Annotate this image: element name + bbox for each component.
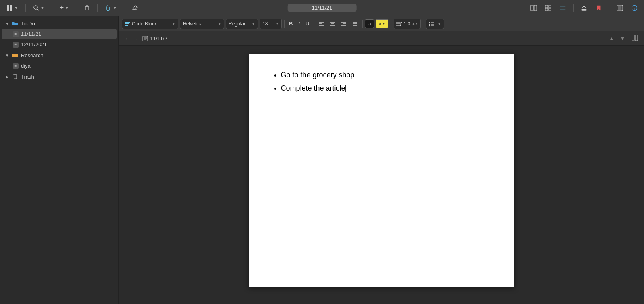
align-left-button[interactable]: [316, 19, 326, 29]
document[interactable]: Go to the grocery shop Complete the arti…: [249, 54, 514, 287]
align-right-button[interactable]: [339, 19, 349, 29]
format-toolbar: Code Block ▼ Helvetica ▼ Regular ▼ 18 ▼ …: [119, 16, 644, 31]
svg-rect-3: [10, 8, 12, 11]
bullet-list: Go to the grocery shop Complete the arti…: [273, 70, 490, 93]
chevron-right-icon: ▶: [5, 74, 10, 79]
thumbnail-button[interactable]: [614, 3, 625, 13]
line-height-stepper[interactable]: ▲▼: [412, 22, 418, 25]
view-mode-button[interactable]: [528, 3, 539, 13]
font-select[interactable]: Helvetica ▼: [180, 19, 224, 29]
svg-rect-11: [534, 5, 537, 10]
svg-line-5: [37, 9, 39, 10]
split-view-button[interactable]: [630, 34, 640, 43]
sidebar-item-todo[interactable]: ▼ To-Do: [2, 18, 117, 29]
svg-rect-21: [618, 6, 622, 10]
sidebar-item-research[interactable]: ▼ Research: [2, 50, 117, 60]
note-icon: ■: [13, 63, 19, 69]
sidebar: ▼ To-Do ■ 11/11/21 ■ 12/11/2021 ▼ Resear…: [0, 16, 119, 304]
editor-area: Code Block ▼ Helvetica ▼ Regular ▼ 18 ▼ …: [119, 16, 644, 304]
bold-button[interactable]: B: [287, 19, 295, 29]
info-button[interactable]: i: [629, 3, 640, 13]
svg-rect-12: [545, 5, 548, 7]
svg-text:i: i: [634, 6, 635, 10]
svg-rect-56: [635, 35, 638, 41]
trash-icon: [12, 73, 19, 80]
italic-button[interactable]: I: [296, 19, 302, 29]
svg-rect-13: [549, 5, 551, 7]
bullet-item-2: Complete the article: [281, 83, 490, 93]
underline-button[interactable]: U: [303, 19, 311, 29]
svg-rect-29: [125, 25, 128, 26]
export-button[interactable]: [578, 3, 590, 13]
nav-back-button[interactable]: ‹: [123, 35, 130, 43]
edit-button[interactable]: [129, 3, 140, 13]
grid-view-button[interactable]: [543, 3, 554, 13]
window-switcher-button[interactable]: ▼: [4, 3, 21, 13]
bookmark-button[interactable]: [593, 3, 604, 13]
svg-point-45: [429, 22, 430, 23]
main-area: ▼ To-Do ■ 11/11/21 ■ 12/11/2021 ▼ Resear…: [0, 16, 644, 304]
svg-rect-27: [125, 22, 130, 23]
sidebar-item-label: 12/11/2021: [21, 41, 114, 48]
search-group: ▼: [31, 3, 47, 13]
svg-rect-19: [582, 9, 586, 10]
document-title-display: 11/11/21: [288, 4, 357, 12]
editor-header-right: ▲ ▼: [607, 34, 640, 43]
attach-button[interactable]: ▼: [103, 3, 119, 13]
svg-point-47: [429, 23, 430, 24]
svg-point-49: [429, 25, 430, 26]
note-icon: ■: [13, 42, 19, 48]
folder-icon: [12, 20, 19, 27]
svg-rect-55: [632, 35, 634, 41]
new-note-button[interactable]: + ▼: [57, 2, 71, 14]
block-type-select[interactable]: Code Block ▼: [122, 19, 178, 29]
svg-rect-1: [10, 5, 12, 8]
sidebar-item-trash[interactable]: ▶ Trash: [2, 71, 117, 82]
text-color-button[interactable]: a: [365, 19, 374, 28]
doc-container: Go to the grocery shop Complete the arti…: [119, 46, 644, 304]
svg-rect-28: [125, 23, 129, 24]
highlight-color-button[interactable]: a ▼: [376, 19, 388, 28]
format-divider-3: [362, 20, 363, 28]
format-divider-5: [423, 20, 423, 28]
breadcrumb: 11/11/21: [142, 35, 170, 41]
svg-rect-14: [545, 8, 548, 10]
list-view-button[interactable]: [557, 3, 568, 13]
format-divider-1: [284, 20, 285, 28]
line-height-group: 1.0 ▲▼: [394, 19, 421, 29]
chevron-down-icon: ▼: [5, 53, 10, 58]
folder-icon: [12, 52, 19, 58]
top-toolbar: ▼ ▼ + ▼ ▼ 11/11/21: [0, 0, 644, 16]
align-center-button[interactable]: [328, 19, 337, 29]
divider-right-2: [609, 4, 609, 12]
font-size-select[interactable]: 18 ▼: [260, 19, 282, 29]
sidebar-item-label: 11/11/21: [21, 31, 114, 37]
format-divider-4: [391, 20, 391, 28]
svg-rect-24: [14, 75, 17, 79]
font-weight-select[interactable]: Regular ▼: [226, 19, 258, 29]
divider-2: [52, 4, 52, 12]
collapse-up-button[interactable]: ▲: [607, 35, 616, 42]
nav-forward-button[interactable]: ›: [133, 35, 140, 43]
svg-rect-2: [7, 8, 9, 11]
editor-header: ‹ › 11/11/21 ▲ ▼: [119, 31, 644, 46]
divider-1: [25, 4, 26, 12]
divider-4: [97, 4, 98, 12]
delete-button[interactable]: [81, 3, 93, 13]
window-controls-group: ▼: [4, 3, 21, 13]
svg-rect-15: [549, 8, 551, 10]
text-cursor: [345, 85, 346, 92]
divider-right-1: [573, 4, 574, 12]
collapse-down-button[interactable]: ▼: [618, 35, 627, 42]
search-button[interactable]: ▼: [31, 3, 47, 13]
chevron-down-icon: ▼: [5, 21, 10, 26]
list-type-select[interactable]: ▼: [426, 19, 444, 29]
svg-rect-10: [531, 5, 533, 10]
sidebar-item-note-1[interactable]: ■ 11/11/21: [2, 29, 117, 39]
justify-button[interactable]: [350, 19, 360, 29]
divider-3: [76, 4, 76, 12]
bullet-item-1: Go to the grocery shop: [281, 70, 490, 80]
sidebar-item-note-2[interactable]: ■ 12/11/2021: [2, 39, 117, 50]
breadcrumb-note-title: 11/11/21: [150, 35, 170, 41]
sidebar-item-diya[interactable]: ■ diya: [2, 61, 117, 71]
